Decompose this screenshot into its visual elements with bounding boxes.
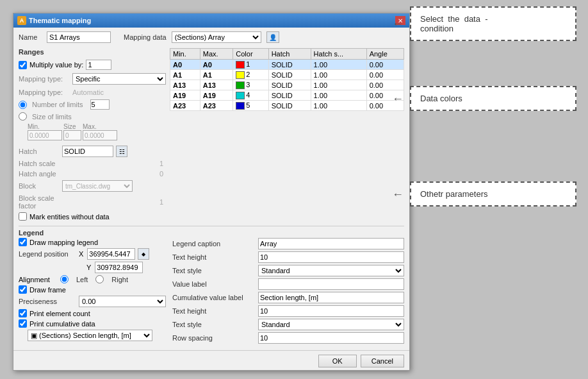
number-limits-input[interactable]	[90, 99, 110, 110]
col-hatch: Hatch	[268, 49, 311, 60]
left-label: Left	[76, 276, 88, 283]
x-label: X	[79, 250, 83, 258]
cancel-button[interactable]: Cancel	[361, 355, 404, 367]
alignment-row: Alignment Left Right	[19, 275, 166, 283]
x-input[interactable]	[87, 248, 135, 260]
hatch-scale-label: Hatch scale	[19, 160, 60, 167]
text-height2-row: Text height	[172, 305, 404, 317]
callout-3-text: Othetr parameters	[420, 189, 488, 199]
draw-frame-label: Draw frame	[29, 286, 66, 294]
cell-color: 3	[233, 80, 268, 90]
col-max: Max.	[200, 49, 233, 60]
left-panel: Ranges Multiply value by: Mapping type: …	[19, 48, 166, 221]
name-input[interactable]	[47, 31, 111, 43]
value-label-input[interactable]	[258, 278, 404, 290]
y-label: Y	[86, 264, 91, 271]
block-select[interactable]: tm_Classic.dwg	[62, 180, 133, 192]
col-angle: Angle	[366, 49, 404, 60]
number-limits-row: Number of limits	[19, 99, 166, 110]
block-scale-value: 1	[159, 198, 163, 206]
col-color: Color	[233, 49, 268, 60]
cell-hatch: SOLID	[268, 70, 311, 80]
cell-min: A13	[170, 80, 200, 90]
text-height-row: Text height	[172, 251, 404, 263]
bottom-row: OK Cancel	[13, 350, 409, 370]
size-limits-radio[interactable]	[19, 112, 27, 121]
right-label: Right	[111, 276, 128, 283]
table-row[interactable]: A0 A0 1 SOLID 1.00 0.00	[170, 60, 404, 70]
multiply-checkbox[interactable]	[19, 61, 27, 69]
mark-entities-row: Mark entities without data	[19, 212, 166, 221]
cell-hatch: SOLID	[268, 101, 311, 111]
legend-position-row: Legend position X ◆	[19, 248, 166, 260]
left-radio[interactable]	[60, 275, 69, 283]
text-style-select[interactable]: Standard	[258, 265, 404, 276]
max-label: Max.	[83, 123, 117, 130]
cumulative-value-input[interactable]	[258, 292, 404, 303]
table-row[interactable]: A13 A13 3 SOLID 1.00 0.00	[170, 80, 404, 90]
callout-3-box: ← Othetr parameters	[410, 181, 576, 206]
mapping-type-row: Mapping type: Specific	[19, 73, 166, 85]
table-row[interactable]: A19 A19 4 SOLID 1.00 0.00	[170, 90, 404, 101]
cell-hatch: SOLID	[268, 90, 311, 101]
cell-angle: 0.00	[366, 60, 404, 70]
right-radio[interactable]	[95, 275, 104, 283]
hatch-row: Hatch ☷	[19, 146, 166, 157]
mapping-type2-label: Mapping type:	[19, 88, 70, 96]
data-table: Min. Max. Color Hatch Hatch s... Angle A…	[170, 48, 404, 111]
cumulative-value-label: Cumulative value label	[172, 294, 256, 301]
text-style2-row: Text style Standard	[172, 319, 404, 330]
text-height2-input[interactable]	[258, 305, 404, 317]
cell-hatch-scale: 1.00	[311, 90, 366, 101]
mapping-data-label: Mapping data	[124, 33, 167, 41]
coord-pick-button[interactable]: ◆	[138, 248, 149, 260]
cell-angle: 0.00	[366, 80, 404, 90]
hatch-angle-value: 0	[159, 170, 163, 178]
max-input[interactable]	[83, 130, 117, 140]
number-limits-radio[interactable]	[19, 101, 27, 109]
draw-frame-checkbox[interactable]	[19, 285, 27, 294]
mapping-data-button[interactable]: 👤	[266, 31, 279, 43]
min-input[interactable]	[28, 130, 62, 140]
cell-color: 2	[233, 70, 268, 80]
text-style2-label: Text style	[172, 321, 256, 328]
hatch-browse-button[interactable]: ☷	[116, 146, 127, 157]
mapping-type-select[interactable]: Specific	[72, 73, 166, 85]
multiply-input[interactable]	[86, 60, 111, 70]
col-min: Min.	[170, 49, 200, 60]
cell-angle: 0.00	[366, 70, 404, 80]
table-row[interactable]: A23 A23 5 SOLID 1.00 0.00	[170, 101, 404, 111]
cell-hatch: SOLID	[268, 80, 311, 90]
text-style-label: Text style	[172, 267, 256, 274]
text-style2-select[interactable]: Standard	[258, 319, 404, 330]
table-row[interactable]: A1 A1 2 SOLID 1.00 0.00	[170, 70, 404, 80]
cell-hatch-scale: 1.00	[311, 70, 366, 80]
mapping-data-select[interactable]: (Sections) Array	[172, 31, 261, 43]
callout-1-text: Select the data -condition	[420, 14, 488, 33]
hatch-scale-row: Hatch scale 1	[19, 160, 166, 167]
hatch-input[interactable]	[62, 146, 113, 157]
print-element-checkbox[interactable]	[19, 309, 27, 317]
cumulative-select[interactable]: ▣ (Sections) Section length, [m]	[28, 330, 152, 341]
mark-entities-checkbox[interactable]	[19, 212, 27, 221]
caption-input[interactable]	[258, 238, 404, 249]
block-scale-label: Block scale factor	[19, 194, 60, 210]
callout-1: ← Select the data -condition	[410, 6, 576, 41]
preciseness-select[interactable]: 0.00	[79, 296, 166, 307]
y-input[interactable]	[95, 262, 143, 273]
mark-entities-label: Mark entities without data	[29, 213, 110, 221]
size-input[interactable]	[63, 130, 81, 140]
draw-mapping-row: Draw mapping legend	[19, 238, 166, 246]
row-spacing-input[interactable]	[258, 332, 404, 344]
block-label: Block	[19, 182, 60, 190]
print-cumulative-checkbox[interactable]	[19, 319, 27, 328]
block-scale-row: Block scale factor 1	[19, 194, 166, 210]
print-cumulative-row: Print cumulative data	[19, 319, 166, 328]
draw-mapping-checkbox[interactable]	[19, 238, 27, 246]
legend-right: Legend caption Text height Text style St…	[172, 238, 404, 344]
text-height-input[interactable]	[258, 251, 404, 263]
ok-button[interactable]: OK	[318, 355, 357, 367]
cell-min: A19	[170, 90, 200, 101]
hatch-label: Hatch	[19, 147, 60, 155]
cell-min: A23	[170, 101, 200, 111]
